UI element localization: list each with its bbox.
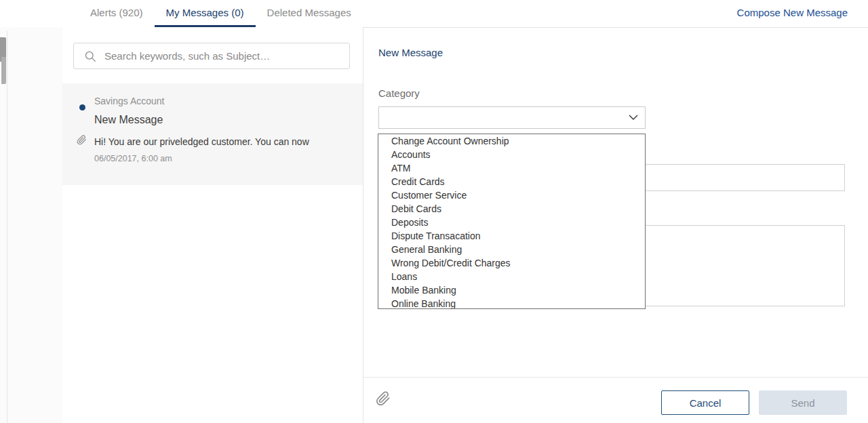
message-tabs: Alerts (920) My Messages (0) Deleted Mes… [79, 0, 363, 27]
category-option[interactable]: Accounts [378, 148, 645, 161]
category-option[interactable]: Mobile Banking [378, 283, 645, 297]
message-preview: Hi! You are our priveledged customer. Yo… [94, 136, 309, 147]
category-option[interactable]: Online Banking [378, 297, 645, 309]
search-input[interactable] [103, 43, 349, 68]
category-option[interactable]: Customer Service [378, 188, 645, 202]
category-select[interactable] [378, 106, 646, 129]
category-label: Category [378, 87, 420, 99]
category-option[interactable]: General Banking [378, 243, 645, 256]
search-icon [84, 50, 96, 62]
compose-panel: New Message Category Change Account Owne… [363, 27, 868, 423]
background-artifact [1, 57, 6, 84]
search-box [73, 43, 350, 69]
attach-file-button[interactable] [376, 391, 391, 409]
compose-title: New Message [378, 47, 443, 58]
chevron-down-icon [629, 115, 638, 121]
tab-alerts[interactable]: Alerts (920) [79, 0, 155, 27]
category-option[interactable]: Debit Cards [378, 202, 645, 216]
send-button[interactable]: Send [759, 390, 847, 415]
message-timestamp: 06/05/2017, 6:00 am [94, 154, 172, 163]
category-option[interactable]: Credit Cards [378, 175, 645, 188]
category-option[interactable]: Wrong Debit/Credit Charges [378, 256, 645, 270]
footer-divider [363, 377, 868, 378]
category-option[interactable]: Change Account Ownership [378, 134, 645, 148]
paperclip-icon [77, 135, 87, 148]
category-option[interactable]: Deposits [378, 216, 645, 229]
category-option[interactable]: Dispute Transacation [378, 229, 645, 243]
tab-deleted-messages[interactable]: Deleted Messages [256, 0, 363, 27]
message-list-item[interactable]: Savings Account New Message Hi! You are … [62, 83, 363, 185]
unread-dot-icon [79, 104, 85, 110]
message-subject: New Message [94, 114, 163, 126]
category-option[interactable]: Loans [378, 270, 645, 283]
category-option[interactable]: ATM [378, 161, 645, 175]
background-panel [0, 27, 62, 423]
messages-screen: Alerts (920) My Messages (0) Deleted Mes… [0, 0, 868, 423]
background-panel-edge [7, 31, 7, 423]
category-dropdown-list: Change Account Ownership Accounts ATM Cr… [378, 134, 646, 309]
cancel-button[interactable]: Cancel [661, 390, 749, 415]
paperclip-icon [376, 391, 391, 406]
tab-my-messages[interactable]: My Messages (0) [155, 0, 256, 27]
compose-new-message-link[interactable]: Compose New Message [737, 0, 848, 27]
message-account: Savings Account [94, 96, 165, 106]
